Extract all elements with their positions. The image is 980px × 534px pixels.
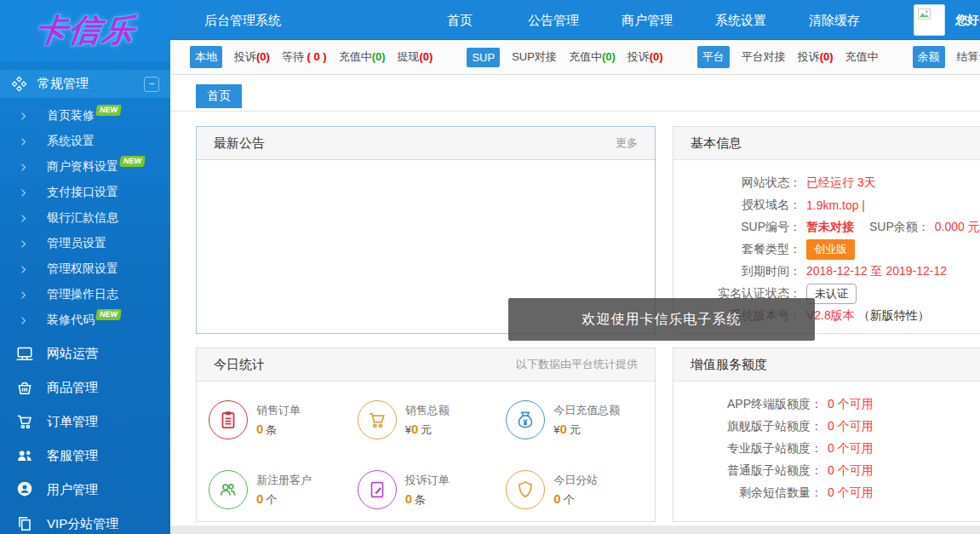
copies-icon — [15, 514, 34, 533]
services-header: 增值服务额度 — [673, 348, 980, 382]
welcome-toast: 欢迎使用卡信乐电子系统 — [508, 298, 815, 341]
breadcrumb-tab-home[interactable]: 首页 — [196, 84, 242, 108]
stat-today-recharge: 今日充值总额 ¥0元 — [506, 385, 655, 455]
services-body: APP终端版额度： 0 个可用 旗舰版子站额度： 0 个可用 专业版子站额度： … — [673, 382, 980, 504]
moneybag-icon — [514, 409, 536, 431]
chevron-right-icon — [18, 290, 29, 301]
cart-icon — [366, 409, 388, 431]
nav-item-home[interactable]: 首页 — [413, 0, 507, 40]
service-row: APP终端版额度： 0 个可用 — [673, 393, 980, 416]
stats-note: 以下数据由平台统计提供 — [516, 357, 638, 372]
sidebar-item-vip-subsite[interactable]: VIP分站管理 — [0, 507, 170, 534]
sidebar-item-admin-permissions[interactable]: 管理权限设置 — [0, 256, 170, 282]
sidebar-section-general[interactable]: 常规管理 − — [0, 70, 170, 98]
plan-badge[interactable]: 创业版 — [806, 239, 855, 260]
sidebar-item-home-decorate[interactable]: 首页装修 NEW — [0, 103, 170, 129]
info-row-plan: 套餐类型： 创业版 — [673, 238, 980, 261]
top-nav-items: 首页 公告管理 商户管理 系统设置 清除缓存 — [413, 0, 881, 40]
sidebar-item-service-mgmt[interactable]: 客服管理 — [0, 439, 170, 473]
avatar[interactable] — [914, 4, 945, 36]
service-row: 旗舰版子站额度： 0 个可用 — [673, 416, 980, 438]
cart-icon — [15, 412, 34, 431]
status-bar: 本地 投诉(0) 等待 ( 0 ) 充值中(0) 提现(0) SUP SUP对接… — [170, 40, 980, 75]
status-group-balance: 余额 结算记 — [913, 46, 980, 68]
chevron-right-icon — [18, 315, 29, 326]
more-link[interactable]: 更多 — [616, 135, 638, 151]
sidebar-item-order-mgmt[interactable]: 订单管理 — [0, 405, 170, 439]
sidebar-item-product-mgmt[interactable]: 商品管理 — [0, 370, 170, 405]
version-features-link[interactable]: （新版特性） — [858, 308, 930, 324]
clipboard-icon — [217, 409, 239, 431]
service-row: 剩余短信数量： 0 个可用 — [673, 482, 980, 504]
chevron-right-icon — [18, 136, 29, 147]
user-greeting[interactable]: 您好 — [955, 0, 979, 40]
sidebar-item-decorate-code[interactable]: 装修代码 NEW — [0, 307, 170, 333]
stats-grid: 销售订单 0条 销售总额 ¥0元 — [197, 382, 655, 525]
broken-image-icon — [918, 9, 931, 20]
sidebar-item-admin-logs[interactable]: 管理操作日志 — [0, 282, 170, 307]
sidebar-item-system-settings[interactable]: 系统设置 — [0, 129, 170, 154]
info-row-site-status: 网站状态： 已经运行 3天 — [673, 172, 980, 194]
status-item[interactable]: SUP对接 — [512, 49, 557, 65]
stat-sales-total: 销售总额 ¥0元 — [358, 385, 507, 455]
info-row-domain: 授权域名： 1.9km.top | — [673, 194, 980, 216]
status-badge-balance[interactable]: 余额 — [913, 46, 945, 68]
status-item[interactable]: 提现(0) — [398, 49, 433, 65]
new-badge: NEW — [119, 156, 146, 167]
status-badge-local[interactable]: 本地 — [190, 46, 222, 68]
today-stats-header: 今日统计 以下数据由平台统计提供 — [197, 348, 655, 382]
chevron-right-icon — [18, 238, 29, 250]
new-badge: NEW — [95, 309, 122, 320]
chevron-right-icon — [18, 264, 29, 275]
chevron-right-icon — [18, 187, 29, 198]
sidebar-item-payment-api[interactable]: 支付接口设置 — [0, 180, 170, 205]
panel-title: 增值服务额度 — [691, 357, 767, 373]
chevron-right-icon — [18, 213, 29, 224]
nav-item-clear-cache[interactable]: 清除缓存 — [788, 0, 881, 40]
sidebar-item-bank-transfer[interactable]: 银行汇款信息 — [0, 205, 170, 231]
status-group-platform: 平台 平台对接 投诉(0) 充值中 — [697, 46, 879, 68]
status-item[interactable]: 结算记 — [957, 49, 980, 65]
new-badge: NEW — [95, 105, 122, 116]
status-item[interactable]: 投诉(0) — [798, 49, 834, 65]
chevron-right-icon — [18, 111, 29, 122]
status-badge-sup[interactable]: SUP — [467, 48, 500, 67]
status-item[interactable]: 平台对接 — [742, 49, 786, 65]
status-item[interactable]: 充值中(0) — [569, 49, 616, 65]
user-icon — [15, 480, 34, 499]
today-stats-panel: 今日统计 以下数据由平台统计提供 销售订单 0条 — [196, 347, 656, 522]
stat-sales-orders: 销售订单 0条 — [209, 385, 358, 455]
nav-item-announcements[interactable]: 公告管理 — [507, 0, 600, 40]
shield-icon — [514, 479, 536, 501]
monitor-icon — [15, 344, 34, 363]
sidebar-item-merchant-info[interactable]: 商户资料设置 NEW — [0, 154, 170, 180]
sidebar-item-admin-settings[interactable]: 管理员设置 — [0, 231, 170, 256]
stat-complaint-orders: 投诉订单 0条 — [358, 455, 507, 525]
shop-icon — [15, 378, 34, 397]
top-nav: 后台管理系统 首页 公告管理 商户管理 系统设置 清除缓存 您好 — [170, 0, 980, 40]
collapse-icon[interactable]: − — [144, 77, 159, 92]
sidebar-item-site-operation[interactable]: 网站运营 — [0, 336, 170, 370]
status-item[interactable]: 投诉(0) — [234, 49, 270, 65]
status-item[interactable]: 充值中(0) — [339, 49, 386, 65]
status-badge-platform[interactable]: 平台 — [697, 46, 730, 68]
sidebar-item-user-mgmt[interactable]: 用户管理 — [0, 473, 170, 507]
sidebar-sub-items: 首页装修 NEW 系统设置 商户资料设置 NEW 支付接口设置 银行汇款信息 — [0, 98, 170, 336]
status-item[interactable]: 投诉(0) — [628, 49, 663, 65]
logo[interactable]: 卡信乐 — [0, 0, 170, 61]
people-icon — [15, 446, 34, 465]
panel-title: 今日统计 — [214, 357, 265, 373]
panel-title: 最新公告 — [214, 135, 265, 152]
status-item[interactable]: 等待 ( 0 ) — [282, 49, 327, 65]
service-row: 普通版子站额度： 0 个可用 — [673, 460, 980, 482]
sidebar: 卡信乐 常规管理 − 首页装修 NEW 系统设置 商户资料设置 NEW — [0, 0, 170, 534]
info-row-expire: 到期时间： 2018-12-12 至 2019-12-12 — [673, 261, 980, 283]
stat-new-customers: 新注册客户 0个 — [209, 455, 358, 525]
complaint-doc-icon — [366, 479, 388, 501]
users-icon — [217, 479, 239, 501]
nav-item-settings[interactable]: 系统设置 — [694, 0, 788, 40]
status-item[interactable]: 充值中 — [845, 49, 879, 65]
nav-item-merchants[interactable]: 商户管理 — [600, 0, 694, 40]
stat-today-subsites: 今日分站 0个 — [506, 455, 655, 525]
page-background — [170, 525, 980, 534]
